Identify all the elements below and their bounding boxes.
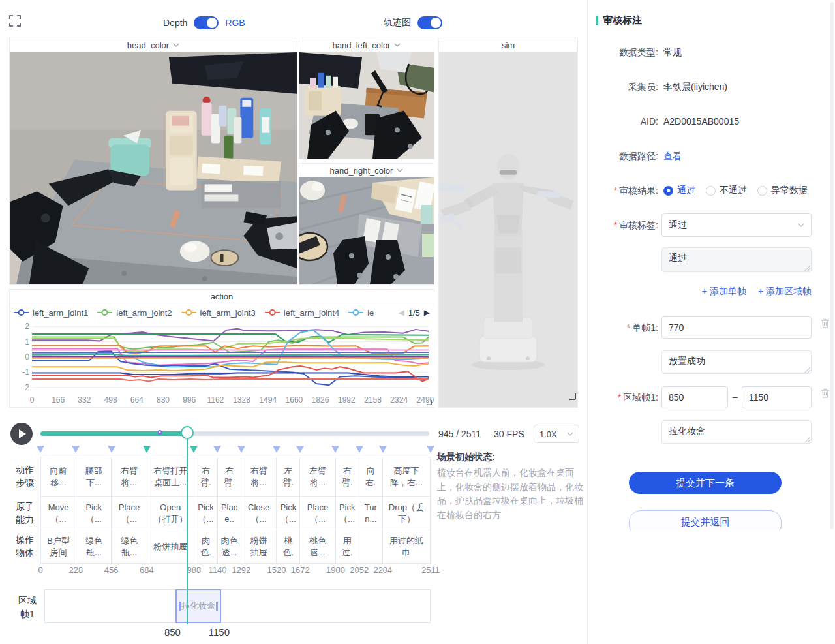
radio-icon[interactable]	[757, 186, 767, 196]
step-cell-atomic[interactable]: Move （...	[41, 497, 76, 530]
boundary-marker-icon[interactable]	[143, 446, 151, 457]
single-frame-input[interactable]	[661, 316, 812, 339]
boundary-marker-icon[interactable]	[190, 446, 198, 457]
step-cell-atomic[interactable]: Drop（丢 下）	[383, 497, 430, 530]
step-cell-atomic[interactable]: Pick （...	[277, 497, 299, 530]
boundary-marker-icon[interactable]	[356, 446, 363, 457]
sim-viewport[interactable]	[439, 52, 577, 407]
playhead-line[interactable]	[187, 427, 188, 624]
submit-return-button[interactable]: 提交并返回	[629, 510, 782, 531]
submit-next-button[interactable]: 提交并下一条	[629, 472, 782, 494]
add-region-frame-link[interactable]: + 添加区域帧	[758, 286, 812, 298]
legend-item[interactable]: left_arm_joint3	[181, 308, 256, 318]
boundary-marker-icon[interactable]	[273, 446, 281, 457]
step-cell-object[interactable]: 桃色 唇...	[300, 530, 335, 563]
legend-item[interactable]: left_arm_joint1	[14, 308, 88, 318]
speed-select[interactable]: 1.0X	[534, 425, 579, 443]
region-end-input[interactable]	[742, 386, 812, 408]
region-segment[interactable]: 拉化妆盒	[175, 589, 221, 623]
hand-right-camera-selector[interactable]: hand_right_color	[299, 164, 434, 177]
step-cell-atomic[interactable]: Close （...	[241, 497, 276, 530]
region-frame-track[interactable]: 拉化妆盒	[44, 589, 431, 623]
chart-plot-area[interactable]	[32, 321, 429, 393]
legend-item[interactable]: left_arm_joint4	[265, 308, 339, 318]
step-column: 右 臂.Pick （...肉 色.	[194, 457, 218, 563]
delete-region-frame-icon[interactable]	[820, 388, 830, 399]
step-cell-object[interactable]: B户型 房间	[41, 530, 76, 563]
step-cell-object[interactable]	[359, 530, 382, 563]
step-cell-object[interactable]: 桃 色.	[277, 530, 299, 563]
progress-handle[interactable]	[181, 426, 194, 439]
single-frame-note[interactable]: 放置成功	[661, 350, 812, 374]
step-cell-atomic[interactable]: Pick （...	[76, 497, 111, 530]
resize-grip-icon[interactable]	[804, 437, 811, 443]
radio-label: 不通过	[720, 185, 747, 196]
boundary-marker-icon[interactable]	[427, 446, 434, 457]
x-tick-label: 1992	[338, 395, 356, 405]
single-frame-marker-dot[interactable]	[157, 430, 162, 435]
resize-handle-icon[interactable]	[426, 399, 432, 405]
step-cell-object[interactable]: 肉 色.	[194, 530, 217, 563]
boundary-marker-icon[interactable]	[237, 446, 245, 457]
resize-grip-icon[interactable]	[804, 367, 811, 373]
boundary-marker-icon[interactable]	[72, 446, 80, 457]
legend-next-icon[interactable]: ▶	[424, 308, 430, 317]
legend-item[interactable]: left_arm_joint2	[97, 308, 172, 318]
region-right-handle[interactable]	[216, 602, 218, 611]
review-result-option[interactable]: 通过	[663, 185, 695, 196]
boundary-marker-icon[interactable]	[296, 446, 304, 457]
step-cell-action[interactable]: 向 右.	[359, 457, 382, 497]
step-cell-action[interactable]: 右臂 将...	[112, 457, 146, 497]
step-cell-object[interactable]: 用过的纸 巾	[383, 530, 430, 563]
step-cell-action[interactable]: 腰部 下...	[76, 457, 111, 497]
y-tick-label: -1	[22, 367, 29, 376]
progress-bar[interactable]	[40, 431, 429, 436]
review-tag-note[interactable]: 通过	[661, 247, 812, 272]
head-camera-selector[interactable]: head_color	[10, 38, 297, 52]
panel-scrollbar[interactable]	[830, 2, 834, 529]
step-cell-action[interactable]: 左 臂.	[277, 457, 299, 497]
resize-grip-icon[interactable]	[804, 265, 811, 271]
add-single-frame-link[interactable]: + 添加单帧	[702, 286, 746, 298]
boundary-marker-icon[interactable]	[37, 446, 44, 457]
step-cell-atomic[interactable]: Pick （...	[336, 497, 359, 530]
step-cell-object[interactable]: 肉色 透...	[218, 530, 241, 563]
step-cell-action[interactable]: 右 臂.	[194, 457, 217, 497]
radio-icon[interactable]	[706, 186, 716, 196]
step-cell-object[interactable]: 粉饼 抽屉	[241, 530, 276, 563]
delete-single-frame-icon[interactable]	[820, 318, 830, 329]
legend-prev-icon[interactable]: ◀	[398, 308, 404, 317]
legend-item[interactable]: le	[348, 308, 374, 318]
review-result-option[interactable]: 不通过	[706, 185, 747, 196]
boundary-marker-icon[interactable]	[379, 446, 387, 457]
radio-icon[interactable]	[663, 186, 673, 196]
step-cell-object[interactable]: 绿色 瓶...	[76, 530, 111, 563]
hand-left-camera-selector[interactable]: hand_left_color	[299, 38, 434, 52]
step-cell-atomic[interactable]: Tur n...	[359, 497, 382, 530]
region-left-handle[interactable]	[179, 602, 181, 611]
step-cell-action[interactable]: 右 臂.	[218, 457, 241, 497]
step-cell-object[interactable]: 用 过.	[336, 530, 359, 563]
step-cell-action[interactable]: 右 臂.	[336, 457, 359, 497]
step-cell-atomic[interactable]: Plac e..	[218, 497, 241, 530]
boundary-marker-icon[interactable]	[108, 446, 115, 457]
step-cell-action[interactable]: 右臂 将...	[241, 457, 276, 497]
play-button[interactable]	[10, 423, 33, 445]
boundary-marker-icon[interactable]	[331, 446, 339, 457]
review-result-option[interactable]: 异常数据	[757, 185, 808, 196]
step-cell-action[interactable]: 高度下 降，右...	[383, 457, 430, 497]
region-frame-note[interactable]: 拉化妆盒	[661, 420, 812, 444]
region-start-input[interactable]	[661, 386, 728, 408]
step-cell-action[interactable]: 左臂 将...	[300, 457, 335, 497]
step-cell-action[interactable]: 向前 移...	[41, 457, 76, 497]
fullscreen-icon[interactable]	[9, 15, 21, 29]
step-cell-atomic[interactable]: Place （...	[300, 497, 335, 530]
step-cell-atomic[interactable]: Place （...	[112, 497, 146, 530]
review-tag-select[interactable]: 通过	[661, 213, 812, 237]
step-cell-object[interactable]: 绿色 瓶...	[112, 530, 146, 563]
depth-rgb-toggle[interactable]	[194, 16, 219, 29]
data-path-link[interactable]: 查看	[663, 151, 682, 162]
trajectory-toggle[interactable]	[418, 16, 442, 29]
boundary-marker-icon[interactable]	[213, 446, 221, 457]
step-cell-atomic[interactable]: Pick （...	[194, 497, 217, 530]
